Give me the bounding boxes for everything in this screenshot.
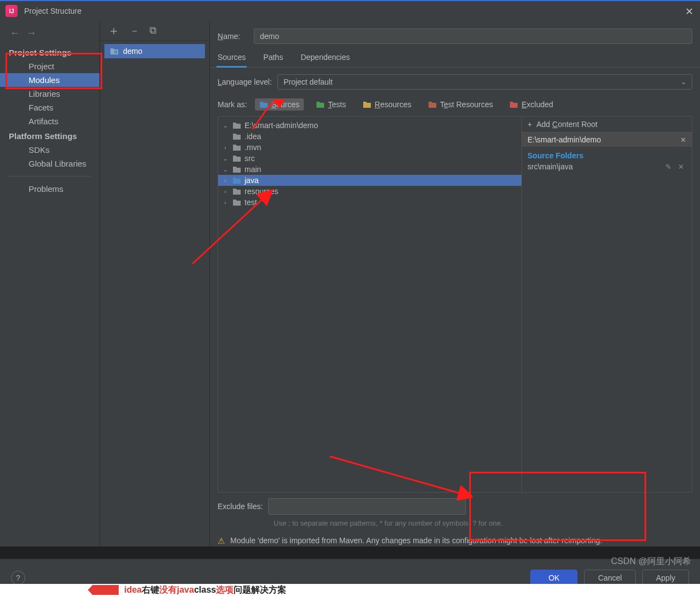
remove-module-icon[interactable]: － bbox=[130, 24, 140, 37]
expand-icon[interactable]: › bbox=[221, 189, 229, 195]
module-tabs: Sources Paths Dependencies bbox=[210, 53, 700, 68]
add-module-icon[interactable]: ＋ bbox=[108, 23, 120, 39]
tree-row-test[interactable]: › test bbox=[218, 197, 521, 208]
tab-dependencies[interactable]: Dependencies bbox=[301, 53, 350, 67]
sidebar-item-project[interactable]: Project bbox=[0, 59, 99, 73]
expand-icon[interactable]: › bbox=[221, 178, 229, 184]
exclude-files-hint: Use ; to separate name patterns, * for a… bbox=[218, 515, 635, 529]
folder-icon bbox=[232, 144, 241, 151]
mark-as-label: Mark as: bbox=[218, 100, 247, 109]
mark-tests-button[interactable]: Tests bbox=[312, 98, 351, 111]
ok-button[interactable]: OK bbox=[530, 570, 577, 586]
chevron-down-icon: ⌄ bbox=[681, 78, 686, 86]
folder-icon bbox=[232, 154, 241, 162]
tree-row-main[interactable]: ⌄ main bbox=[218, 164, 521, 175]
language-level-label: Language level: bbox=[218, 78, 272, 86]
expand-icon[interactable]: ⌄ bbox=[221, 167, 229, 173]
tree-row-mvn[interactable]: › .mvn bbox=[218, 142, 521, 153]
add-content-root-button[interactable]: Add Content Root bbox=[522, 117, 692, 133]
expand-icon[interactable]: ⌄ bbox=[221, 156, 229, 162]
language-level-value: Project default bbox=[284, 78, 333, 86]
expand-icon[interactable]: ⌄ bbox=[221, 123, 229, 129]
source-folder-actions[interactable]: ✎ ✕ bbox=[665, 163, 686, 171]
sidebar-divider bbox=[9, 176, 91, 176]
content-root-path[interactable]: E:\smart-admin\demo ✕ bbox=[522, 133, 692, 147]
expand-icon[interactable]: › bbox=[221, 145, 229, 151]
folder-icon bbox=[232, 165, 241, 173]
module-detail-panel: Name: demo Sources Paths Dependencies La… bbox=[210, 21, 700, 547]
module-item-demo[interactable]: demo bbox=[104, 44, 205, 58]
module-list-panel: ＋ － ⧉ demo bbox=[100, 21, 210, 547]
dialog-body: ← → Project Settings Project Modules Lib… bbox=[0, 21, 700, 547]
module-toolbar: ＋ － ⧉ bbox=[100, 21, 209, 41]
source-folder-item[interactable]: src\main\java ✎ ✕ bbox=[522, 161, 692, 172]
copy-module-icon[interactable]: ⧉ bbox=[149, 25, 157, 36]
name-input[interactable]: demo bbox=[254, 29, 692, 44]
warning-text: Module 'demo' is imported from Maven. An… bbox=[230, 535, 602, 547]
tree-row-src[interactable]: ⌄ src bbox=[218, 153, 521, 164]
mark-excluded-button[interactable]: Excluded bbox=[505, 98, 558, 111]
app-icon: IJ bbox=[5, 5, 18, 17]
warning-icon: ⚠ bbox=[218, 536, 225, 546]
folder-icon bbox=[232, 187, 241, 195]
sidebar-item-modules[interactable]: Modules bbox=[0, 73, 99, 87]
folder-icon bbox=[232, 133, 241, 140]
resources-folder-icon bbox=[363, 101, 371, 108]
folder-icon bbox=[232, 122, 241, 129]
module-item-label: demo bbox=[123, 47, 142, 56]
title-bar: IJ Project Structure ✕ bbox=[0, 0, 700, 21]
excluded-folder-icon bbox=[509, 101, 518, 108]
sidebar-item-sdks[interactable]: SDKs bbox=[0, 143, 99, 157]
article-title-strip: idea 右键 没有java class 选项 问题解决方案 bbox=[0, 584, 700, 596]
tree-row-root[interactable]: ⌄ E:\smart-admin\demo bbox=[218, 120, 521, 131]
svg-rect-0 bbox=[114, 51, 117, 53]
tree-row-resources[interactable]: › resources bbox=[218, 186, 521, 197]
apply-button[interactable]: Apply bbox=[642, 570, 689, 586]
sources-folder-icon bbox=[259, 101, 268, 108]
mark-test-resources-button[interactable]: Test Resources bbox=[424, 98, 498, 111]
section-project-settings: Project Settings bbox=[0, 45, 99, 59]
source-folders-title: Source Folders bbox=[522, 147, 692, 161]
mark-sources-button[interactable]: Sources bbox=[255, 98, 304, 111]
sidebar-item-libraries[interactable]: Libraries bbox=[0, 87, 99, 101]
tests-folder-icon bbox=[316, 101, 325, 108]
exclude-files-input[interactable] bbox=[268, 498, 466, 515]
folder-icon bbox=[232, 198, 241, 206]
exclude-files-label: Exclude files: bbox=[218, 502, 263, 511]
sidebar-item-global-libraries[interactable]: Global Libraries bbox=[0, 157, 99, 170]
tree-row-java[interactable]: › java bbox=[218, 175, 521, 186]
sources-folder-icon bbox=[232, 176, 241, 184]
mark-resources-button[interactable]: Resources bbox=[358, 98, 416, 111]
tree-row-idea[interactable]: .idea bbox=[218, 131, 521, 142]
article-icon bbox=[88, 585, 119, 595]
test-resources-folder-icon bbox=[428, 101, 437, 108]
section-platform-settings: Platform Settings bbox=[0, 128, 99, 143]
sidebar-item-problems[interactable]: Problems bbox=[0, 182, 99, 196]
module-folder-icon bbox=[110, 47, 119, 55]
nav-arrows: ← → bbox=[0, 25, 99, 45]
expand-icon[interactable]: › bbox=[221, 200, 229, 206]
tab-sources[interactable]: Sources bbox=[218, 53, 246, 67]
close-icon[interactable]: ✕ bbox=[685, 5, 693, 18]
remove-root-icon[interactable]: ✕ bbox=[680, 136, 686, 144]
name-label: Name: bbox=[218, 32, 247, 41]
content-root-side: Add Content Root E:\smart-admin\demo ✕ S… bbox=[522, 116, 692, 493]
sidebar-item-facets[interactable]: Facets bbox=[0, 101, 99, 114]
help-icon[interactable]: ? bbox=[11, 571, 25, 585]
content-root-tree[interactable]: ⌄ E:\smart-admin\demo .idea › .mvn ⌄ bbox=[218, 116, 522, 493]
window-title: Project Structure bbox=[24, 7, 81, 15]
forward-icon[interactable]: → bbox=[26, 27, 36, 39]
sidebar-item-artifacts[interactable]: Artifacts bbox=[0, 114, 99, 128]
tab-paths[interactable]: Paths bbox=[263, 53, 283, 67]
back-icon[interactable]: ← bbox=[10, 27, 20, 39]
settings-sidebar: ← → Project Settings Project Modules Lib… bbox=[0, 21, 100, 547]
language-level-select[interactable]: Project default ⌄ bbox=[277, 74, 692, 90]
cancel-button[interactable]: Cancel bbox=[584, 570, 636, 586]
